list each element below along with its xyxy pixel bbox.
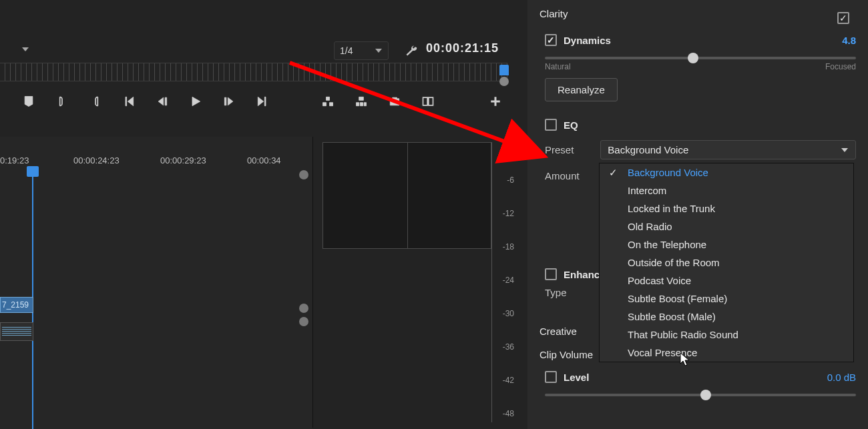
- preset-option[interactable]: Intercom: [600, 181, 853, 199]
- timeline-video-clip[interactable]: 7_2159: [0, 297, 33, 313]
- level-value[interactable]: 0.0 dB: [827, 372, 856, 383]
- comparison-view-icon[interactable]: [419, 93, 437, 110]
- preset-option[interactable]: Vocal Presence: [600, 344, 853, 362]
- reanalyze-button[interactable]: Reanalyze: [545, 78, 618, 101]
- mouse-cursor-icon: [680, 352, 692, 367]
- level-checkbox[interactable]: [545, 371, 557, 383]
- dynamics-value[interactable]: 4.8: [842, 35, 856, 46]
- ruler-playhead-marker[interactable]: [499, 65, 509, 75]
- scroll-knob[interactable]: [299, 304, 308, 313]
- timeline-tick: 00:00:34: [247, 155, 281, 165]
- extract-icon[interactable]: [353, 93, 370, 110]
- preview-viewport: [322, 142, 491, 249]
- timeline-tick: 00:00:29:23: [160, 155, 206, 165]
- preset-dropdown[interactable]: Background Voice: [600, 140, 856, 159]
- zoom-dropdown-left[interactable]: [0, 41, 33, 57]
- preset-option[interactable]: Subtle Boost (Male): [600, 308, 853, 326]
- meter-tick-label: -42: [503, 376, 514, 385]
- audio-level-meter: -6 -12 -18 -24 -30 -36 -42 -48: [491, 142, 518, 422]
- mark-out-icon[interactable]: [87, 93, 104, 110]
- preset-field-label: Preset: [545, 144, 574, 155]
- preset-option[interactable]: That Public Radio Sound: [600, 326, 853, 344]
- eq-label: EQ: [564, 119, 578, 131]
- clarity-title: Clarity: [539, 8, 568, 19]
- preset-option[interactable]: Podcast Voice: [600, 272, 853, 290]
- meter-tick-label: -30: [503, 309, 514, 318]
- amount-label: Amount: [545, 170, 580, 181]
- type-label: Type: [545, 287, 567, 298]
- timeline-tick: 0:19:23: [0, 155, 29, 165]
- preset-dropdown-list[interactable]: Background Voice Intercom Locked in the …: [599, 163, 854, 362]
- settings-wrench-icon[interactable]: [403, 43, 419, 59]
- timeline-time-ruler[interactable]: 0:19:23 00:00:24:23 00:00:29:23 00:00:34: [0, 150, 299, 170]
- preset-selected-value: Background Voice: [608, 144, 688, 155]
- eq-row: EQ: [545, 119, 856, 131]
- clip-label: 7_2159: [2, 300, 29, 310]
- dynamics-slider-labels: Natural Focused: [545, 62, 856, 71]
- play-icon[interactable]: [187, 93, 204, 110]
- timeline-tick: 00:00:24:23: [73, 155, 120, 165]
- reanalyze-label: Reanalyze: [558, 84, 605, 95]
- lift-icon[interactable]: [319, 93, 337, 110]
- eq-checkbox[interactable]: [545, 119, 557, 131]
- go-to-in-icon[interactable]: [120, 93, 138, 110]
- meter-tick-label: -12: [503, 209, 514, 218]
- preset-option[interactable]: Locked in the Trunk: [600, 199, 853, 218]
- clarity-section-checkbox[interactable]: [837, 12, 849, 24]
- add-marker-icon[interactable]: [20, 93, 37, 110]
- preset-option[interactable]: Background Voice: [600, 163, 853, 181]
- preset-option[interactable]: Outside of the Room: [600, 254, 853, 272]
- timeline-area[interactable]: 0:19:23 00:00:24:23 00:00:29:23 00:00:34…: [0, 137, 312, 429]
- button-editor-plus-icon[interactable]: [487, 93, 503, 109]
- dynamics-checkbox[interactable]: [545, 34, 557, 46]
- playback-resolution-select[interactable]: 1/4: [334, 41, 389, 60]
- ruler-playhead-knob[interactable]: [499, 77, 509, 86]
- meter-tick-label: -6: [507, 175, 514, 185]
- preset-option[interactable]: On the Telephone: [600, 236, 853, 254]
- slider-max-label: Focused: [825, 62, 856, 71]
- transport-toolbar: [0, 88, 507, 115]
- clarity-section-header: Clarity: [539, 8, 856, 27]
- dynamics-label: Dynamics: [564, 35, 611, 46]
- level-label: Level: [564, 372, 589, 383]
- preview-top-strip: 1/4 00:00:21:15: [0, 41, 527, 60]
- meter-tick-label: -48: [503, 409, 514, 418]
- preset-row: Preset Background Voice: [545, 140, 856, 159]
- editor-left-pane: 1/4 00:00:21:15: [0, 0, 527, 429]
- step-back-icon[interactable]: [154, 93, 171, 110]
- playback-resolution-value: 1/4: [340, 45, 353, 56]
- meter-tick-label: -18: [503, 242, 514, 252]
- timeline-vertical-scrollbar[interactable]: [299, 170, 308, 425]
- timeline-audio-clip[interactable]: [0, 322, 33, 341]
- clipvolume-title: Clip Volume: [539, 349, 593, 360]
- dynamics-row: Dynamics 4.8: [545, 34, 856, 46]
- preview-ruler[interactable]: [0, 63, 507, 81]
- level-slider[interactable]: [545, 394, 856, 396]
- enhance-checkbox[interactable]: [545, 268, 557, 280]
- dynamics-slider[interactable]: [545, 57, 856, 59]
- slider-min-label: Natural: [545, 62, 571, 71]
- creative-title: Creative: [539, 326, 577, 337]
- step-forward-icon[interactable]: [220, 93, 238, 110]
- preset-option[interactable]: Subtle Boost (Female): [600, 290, 853, 308]
- audio-meter-panel: -6 -12 -18 -24 -30 -36 -42 -48: [312, 137, 527, 428]
- preset-option[interactable]: Old Radio: [600, 218, 853, 236]
- level-row: Level 0.0 dB: [545, 371, 856, 383]
- program-timecode: 00:00:21:15: [426, 41, 499, 55]
- export-frame-icon[interactable]: [386, 93, 403, 110]
- meter-tick-label: -24: [503, 276, 514, 285]
- level-slider-thumb[interactable]: [700, 390, 711, 400]
- scroll-knob[interactable]: [299, 317, 308, 326]
- go-to-out-icon[interactable]: [254, 93, 271, 110]
- meter-tick-label: -36: [503, 342, 514, 352]
- mark-in-icon[interactable]: [53, 93, 71, 110]
- scroll-knob[interactable]: [299, 170, 308, 179]
